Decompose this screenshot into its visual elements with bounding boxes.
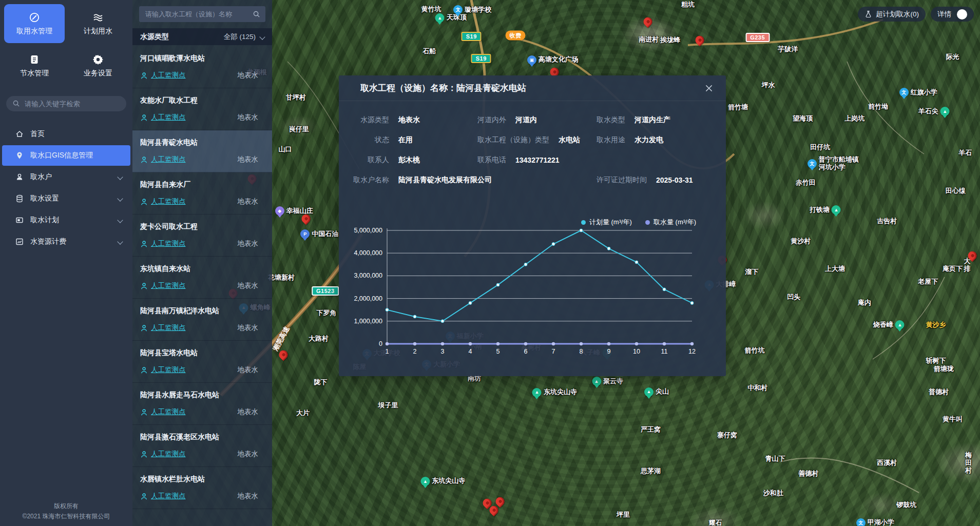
manual-monitor-link[interactable]: 人工监测点 — [140, 155, 186, 164]
module-4[interactable]: 业务设置 — [68, 46, 128, 85]
gauge-icon — [29, 12, 40, 23]
manual-monitor-link[interactable]: 人工监测点 — [140, 281, 186, 290]
close-icon[interactable] — [704, 84, 714, 93]
plaza-poi-icon[interactable]: ▣ — [527, 55, 536, 65]
red-map-pin[interactable] — [694, 34, 706, 46]
station-list-item[interactable]: 河口镇唱歌潭水电站人工监测点地表水 — [132, 46, 272, 88]
map-label-green: ▲天珠顶 — [435, 13, 467, 23]
filter-label: 水源类型 — [140, 32, 169, 42]
station-name: 陆河县宝塔水电站 — [140, 348, 264, 358]
water-source-type: 地表水 — [238, 281, 265, 290]
sidebar-search-input[interactable] — [6, 96, 126, 111]
filter-value[interactable]: 全部 (125) — [224, 32, 264, 42]
station-list-item[interactable]: 陆河县青碇水电站人工监测点地表水 — [132, 130, 272, 172]
map-label-text: 下罗角 — [316, 309, 336, 317]
module-3[interactable]: 节水管理 — [4, 46, 65, 85]
water-source-type: 地表水 — [238, 197, 265, 206]
station-list-item[interactable]: 友能水厂取水工程人工监测点地表水 — [132, 88, 272, 130]
road-badge: S19 — [471, 54, 491, 63]
station-list-item[interactable]: 陆河县水唇走马石水电站人工监测点地表水 — [132, 383, 272, 425]
manual-monitor-link[interactable]: 人工监测点 — [140, 365, 186, 375]
manual-monitor-link[interactable]: 人工监测点 — [140, 197, 186, 206]
detail-toggle-knob[interactable] — [957, 9, 967, 20]
road-badge: G235 — [745, 33, 770, 42]
sidebar-search[interactable] — [6, 96, 126, 111]
svg-text:9: 9 — [607, 348, 611, 355]
sidebar-item-6[interactable]: 水资源计费 — [2, 231, 130, 252]
station-name: 东坑镇自来水站 — [140, 264, 264, 274]
station-list-item[interactable]: 水唇镇水栏肚水电站人工监测点地表水 — [132, 467, 272, 509]
green-poi-icon[interactable]: ▲ — [895, 320, 905, 329]
detail-toggle[interactable]: 详情 — [931, 7, 974, 22]
gas-poi-icon[interactable]: P — [300, 229, 310, 239]
manual-monitor-link[interactable]: 人工监测点 — [140, 450, 186, 459]
source-type-filter[interactable]: 水源类型 全部 (125) — [132, 28, 272, 45]
map-label-green: ▲尖山 — [644, 387, 669, 397]
station-list-item[interactable]: 麦卡公司取水工程人工监测点地表水 — [132, 215, 272, 257]
map-label-text: 黄牛叫 — [943, 415, 963, 423]
station-name: 陆河县青碇水电站 — [140, 138, 264, 147]
svg-text:7: 7 — [552, 348, 555, 355]
school-poi-icon[interactable]: 文 — [856, 518, 866, 526]
sidebar-item-1[interactable]: 首页 — [2, 124, 130, 144]
map-label-school: 文普宁市船埔镇 河坑小学 — [808, 156, 859, 171]
map-label-text: 山口 — [279, 146, 292, 153]
red-map-pin[interactable] — [642, 15, 654, 28]
manual-monitor-link[interactable]: 人工监测点 — [140, 71, 186, 80]
green-poi-icon[interactable]: ▲ — [532, 388, 542, 397]
station-list-item[interactable]: 陆河县自来水厂人工监测点地表水 — [132, 172, 272, 215]
station-list-item[interactable]: 陆河县南万镇杞洋水电站人工监测点地表水 — [132, 299, 272, 341]
sidebar-item-label: 取水口GIS信息管理 — [30, 151, 93, 160]
person-icon — [140, 324, 148, 332]
sidebar-item-2[interactable]: 取水口GIS信息管理 — [2, 145, 130, 166]
station-search-input[interactable] — [139, 6, 265, 22]
green-poi-icon[interactable]: ▲ — [435, 13, 445, 23]
field-value: 13432771221 — [515, 156, 560, 164]
waves-icon — [92, 12, 104, 23]
green-poi-icon[interactable]: ▲ — [940, 107, 950, 116]
sidebar-item-4[interactable]: 取水设置 — [2, 188, 130, 209]
manual-monitor-link[interactable]: 人工监测点 — [140, 323, 186, 333]
svg-text:8: 8 — [580, 348, 583, 355]
module-1[interactable]: 取用水管理 — [4, 4, 65, 43]
green-poi-icon[interactable]: ▲ — [420, 477, 430, 486]
map-label-text: 老屋下 — [918, 278, 938, 286]
station-search[interactable] — [139, 6, 265, 22]
person-icon — [140, 72, 148, 80]
manual-monitor-link[interactable]: 人工监测点 — [140, 113, 186, 122]
map-label-text: 望海顶 — [793, 114, 813, 122]
resort-poi-icon[interactable]: ◆ — [275, 206, 284, 216]
water-source-type: 地表水 — [238, 450, 265, 459]
map-top-controls: 超计划取水(0) 详情 — [858, 7, 974, 22]
station-detail-modal: 取水工程（设施）名称：陆河县青碇水电站 水源类型地表水河道内外河道内取水类型河道… — [339, 75, 726, 376]
map-label-text: 东坑尖山寺 — [544, 388, 577, 396]
map-label-place: 箭塘珑 — [934, 365, 954, 373]
map-label-green: 打铁塘▲ — [810, 205, 841, 215]
svg-text:2: 2 — [413, 348, 417, 355]
sidebar-item-3[interactable]: 取水户 — [2, 167, 130, 187]
manual-monitor-link[interactable]: 人工监测点 — [140, 492, 186, 501]
school-poi-icon[interactable]: 文 — [808, 159, 817, 168]
manual-monitor-link[interactable]: 人工监测点 — [140, 407, 186, 417]
water-source-type: 地表水 — [238, 239, 265, 248]
map-label-place: 坪水 — [762, 82, 775, 89]
field-value: 地表水 — [398, 115, 420, 125]
alert-flask-icon — [864, 10, 872, 18]
school-poi-icon[interactable]: 文 — [453, 5, 463, 14]
station-list-item[interactable]: 东坑镇自来水站人工监测点地表水 — [132, 257, 272, 299]
station-list-item[interactable]: 陆河县激石溪老区水电站人工监测点地表水 — [132, 425, 272, 467]
school-poi-icon[interactable]: 文 — [899, 88, 909, 97]
sidebar-item-5[interactable]: 取水计划 — [2, 210, 130, 230]
over-plan-alert-label: 超计划取水(0) — [876, 10, 919, 19]
svg-text:3,000,000: 3,000,000 — [354, 272, 382, 279]
over-plan-alert-button[interactable]: 超计划取水(0) — [858, 7, 926, 22]
map-label-place: 吉告村 — [877, 217, 897, 225]
manual-monitor-link[interactable]: 人工监测点 — [140, 239, 186, 248]
module-2[interactable]: 计划用水 — [68, 4, 128, 43]
green-poi-icon[interactable]: ▲ — [832, 205, 841, 215]
green-poi-icon[interactable]: ▲ — [592, 377, 601, 386]
map-label-text: 青山下 — [765, 455, 785, 462]
station-list-item[interactable]: 陆河县宝塔水电站人工监测点地表水 — [132, 341, 272, 383]
map-label-place: 前竹坳 — [868, 103, 888, 111]
green-poi-icon[interactable]: ▲ — [644, 387, 654, 397]
